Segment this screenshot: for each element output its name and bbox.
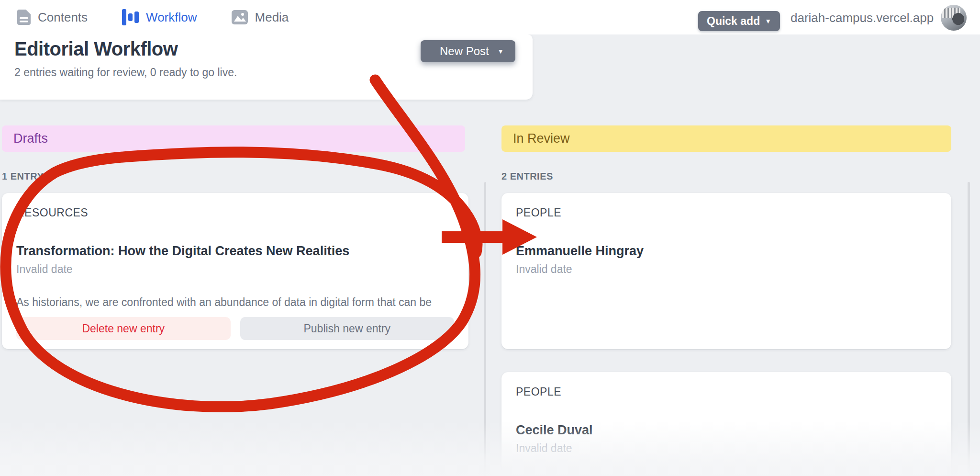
in-review-entry-count: 2 ENTRIES <box>501 171 553 182</box>
quick-add-button[interactable]: Quick add ▼ <box>698 11 780 31</box>
entry-category: PEOPLE <box>516 385 561 398</box>
workflow-status-summary: 2 entries waiting for review, 0 ready to… <box>14 66 237 79</box>
entry-excerpt: As historians, we are confronted with an… <box>16 296 454 309</box>
quick-add-label: Quick add <box>707 15 760 28</box>
entry-title: Transformation: How the Digital Creates … <box>16 244 349 259</box>
review-entry-card[interactable]: PEOPLE Cecile Duval Invalid date <box>501 372 951 476</box>
new-post-button[interactable]: New Post ▼ <box>421 40 515 62</box>
drafts-column-header: Drafts <box>2 125 465 152</box>
site-domain: dariah-campus.vercel.app <box>791 11 934 25</box>
chevron-down-icon: ▼ <box>765 17 771 25</box>
entry-category: RESOURCES <box>16 206 88 219</box>
drafts-column-scrollbar[interactable] <box>484 182 486 476</box>
top-navigation-bar: Contents Workflow Media Quick add ▼ dari… <box>0 0 980 34</box>
entry-title: Emmanuelle Hingray <box>516 244 644 259</box>
tab-contents-label: Contents <box>38 10 88 25</box>
review-entry-card[interactable]: PEOPLE Emmanuelle Hingray Invalid date <box>501 193 951 349</box>
document-icon <box>17 10 31 25</box>
tab-workflow-label: Workflow <box>146 10 197 25</box>
entry-category: PEOPLE <box>516 206 561 219</box>
draft-entry-card[interactable]: RESOURCES Transformation: How the Digita… <box>2 193 468 349</box>
entry-date: Invalid date <box>16 263 73 276</box>
entry-date: Invalid date <box>516 263 572 276</box>
in-review-column-header: In Review <box>501 125 951 152</box>
workflow-header-card: Editorial Workflow 2 entries waiting for… <box>0 34 533 100</box>
new-post-label: New Post <box>440 45 489 58</box>
entry-actions: Delete new entry Publish new entry <box>16 317 454 340</box>
tab-workflow[interactable]: Workflow <box>122 9 197 25</box>
tab-media-label: Media <box>255 10 289 25</box>
user-avatar[interactable] <box>941 5 967 31</box>
entry-date: Invalid date <box>516 442 572 455</box>
drafts-column-title: Drafts <box>13 131 48 146</box>
chevron-down-icon: ▼ <box>497 47 504 55</box>
in-review-column-scrollbar[interactable] <box>968 182 970 476</box>
publish-entry-button[interactable]: Publish new entry <box>240 317 455 340</box>
entry-title: Cecile Duval <box>516 423 593 438</box>
tab-media[interactable]: Media <box>232 10 289 25</box>
kanban-board-icon <box>122 9 139 25</box>
in-review-column-title: In Review <box>513 131 570 146</box>
page-title: Editorial Workflow <box>14 38 178 60</box>
drafts-entry-count: 1 ENTRY <box>2 171 44 182</box>
delete-entry-button[interactable]: Delete new entry <box>16 317 231 340</box>
nav-tabs: Contents Workflow Media <box>17 0 289 34</box>
image-icon <box>232 10 248 24</box>
tab-contents[interactable]: Contents <box>17 10 88 25</box>
